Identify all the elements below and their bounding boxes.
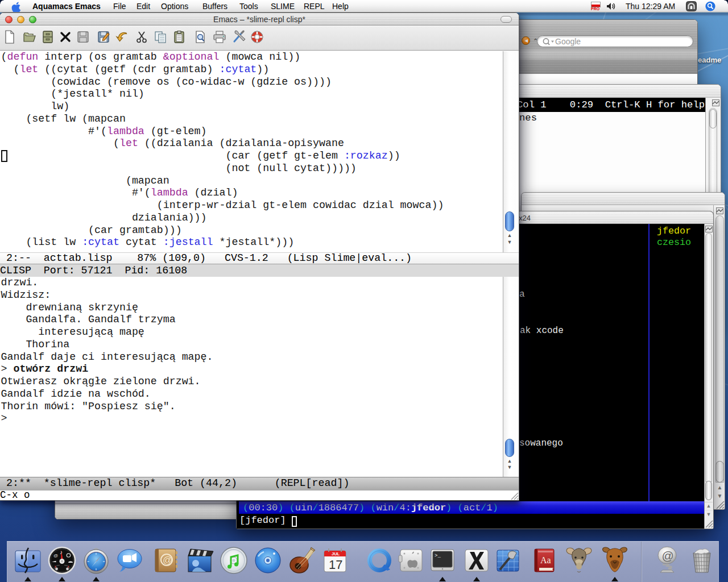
svg-text:♪: ♪ bbox=[60, 549, 63, 555]
svg-text:17: 17 bbox=[329, 558, 342, 572]
svg-text:@: @ bbox=[53, 553, 58, 558]
svg-text:@: @ bbox=[163, 555, 172, 566]
svg-text:JUL: JUL bbox=[332, 551, 340, 556]
svg-text:@: @ bbox=[662, 549, 674, 562]
svg-text:>_: >_ bbox=[435, 553, 441, 559]
svg-text:Aa: Aa bbox=[540, 555, 551, 565]
